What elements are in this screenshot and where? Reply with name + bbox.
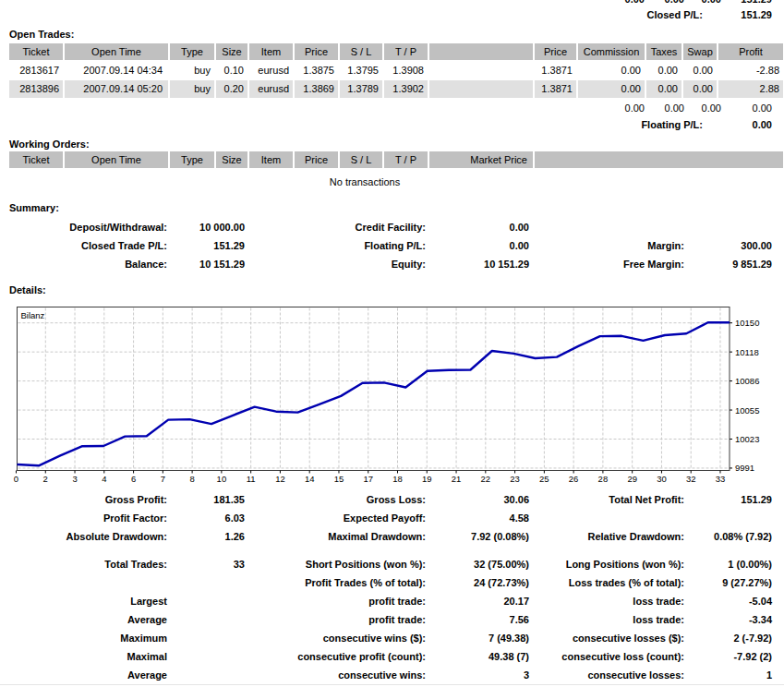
stat-label: Gross Loss: — [367, 490, 426, 509]
stats-row: Total Trades:33Short Positions (won %):3… — [0, 555, 784, 573]
trade-tp: 1.3902 — [384, 80, 428, 98]
summary-value: 10 151.29 — [199, 255, 245, 273]
summary-value: 0.00 — [510, 218, 529, 236]
col-header-blank — [535, 151, 783, 168]
summary-label: Balance: — [125, 255, 167, 273]
summary-value: 10 151.29 — [484, 255, 529, 273]
summary-heading: Summary: — [9, 199, 59, 216]
stat-value: 181.35 — [213, 490, 245, 509]
stat-label: Loss trades (% of total): — [569, 573, 684, 592]
stat-label: consecutive wins: — [338, 666, 426, 684]
stat-value: 33 — [234, 555, 245, 573]
col-header-taxes: Taxes — [646, 43, 681, 60]
account-statement-report: 0.00 0.00 0.00 151.29 Closed P/L: 151.29… — [0, 0, 784, 687]
stat-value: -3.34 — [749, 610, 772, 629]
open-totals-taxes: 0.00 — [665, 100, 684, 116]
stat-value: 32 (75.00%) — [474, 555, 529, 573]
stat-value: 24 (72.73%) — [474, 573, 529, 592]
stat-label: Largest — [130, 592, 167, 610]
stat-value: 1.26 — [225, 527, 245, 546]
summary-label: Floating P/L: — [364, 236, 426, 255]
chart-x-tick-label: 12 — [275, 474, 285, 484]
stat-label: Long Positions (won %): — [566, 555, 684, 573]
floating-pl-row: Floating P/L: 0.00 — [0, 116, 784, 133]
chart-x-tick-label: 8 — [189, 474, 194, 484]
details-heading: Details: — [9, 282, 46, 298]
col-header-sl: S / L — [340, 43, 382, 60]
summary-row: Closed Trade P/L: 151.29 Floating P/L: 0… — [0, 236, 784, 255]
stat-label: Relative Drawdown: — [587, 527, 684, 546]
summary-row: Deposit/Withdrawal: 10 000.00 Credit Fac… — [0, 218, 784, 236]
col-header-blank — [429, 43, 533, 60]
open-trades-heading: Open Trades: — [9, 26, 74, 42]
trade-price: 1.3875 — [295, 62, 338, 79]
floating-pl-value: 0.00 — [753, 116, 772, 133]
stat-value: 9 (27.27%) — [722, 573, 772, 592]
stat-label: Maximal — [127, 647, 167, 666]
stat-label: Maximum — [120, 629, 167, 647]
stat-value: 7.92 (0.08%) — [471, 527, 529, 546]
open-trades-totals-row: 0.00 0.00 0.00 0.00 — [0, 100, 784, 116]
stat-value: -7.92 (2) — [733, 647, 772, 666]
trade-swap: 0.00 — [683, 62, 717, 79]
summary-label: Free Margin: — [623, 255, 684, 273]
chart-x-tick-label: 18 — [392, 474, 403, 484]
chart-x-tick-label: 25 — [539, 474, 549, 484]
stat-value: 30.06 — [503, 490, 529, 509]
stats-row: Averageconsecutive wins:3consecutive los… — [0, 666, 784, 684]
stat-label: consecutive loss (count): — [561, 647, 684, 666]
chart-x-tick-label: 6 — [131, 474, 136, 484]
stats-row: Profit Factor:6.03Expected Payoff:4.58 — [0, 509, 784, 527]
chart-x-tick-label: 14 — [305, 474, 315, 484]
col-header-price: Price — [295, 43, 338, 60]
chart-x-tick-label: 21 — [452, 474, 462, 484]
col-header-open-time: Open Time — [65, 151, 168, 168]
chart-x-tick-label: 0 — [14, 474, 18, 484]
trade-blank — [429, 80, 533, 98]
trade-commission: 0.00 — [578, 80, 645, 98]
stat-label: Gross Profit: — [105, 490, 167, 509]
no-transactions-row: No transactions — [0, 174, 784, 190]
chart-plot-border — [18, 307, 730, 471]
stat-value: 151.29 — [741, 490, 772, 509]
trade-open-time: 2007.09.14 04:34 — [65, 62, 168, 79]
col-header-size: Size — [216, 151, 247, 168]
col-header-open-time: Open Time — [65, 43, 168, 60]
trade-sl: 1.3789 — [340, 80, 382, 98]
summary-label: Deposit/Withdrawal: — [69, 218, 167, 236]
col-header-ticket: Ticket — [9, 151, 63, 168]
col-header-price2: Price — [535, 43, 576, 60]
trade-ticket: 2813617 — [9, 62, 63, 79]
col-header-type: Type — [170, 43, 214, 60]
trade-type: buy — [170, 62, 214, 79]
stats-row: Absolute Drawdown:1.26Maximal Drawdown:7… — [0, 527, 784, 546]
summary-label: Credit Facility: — [356, 218, 426, 236]
chart-y-tick-label: 10023 — [735, 434, 759, 444]
open-totals-commission: 0.00 — [625, 100, 645, 116]
col-header-profit: Profit — [718, 43, 783, 60]
stats-row: Largestprofit trade:20.17loss trade:-5.0… — [0, 592, 784, 610]
chart-x-tick-label: 33 — [716, 474, 726, 484]
chart-x-tick-label: 15 — [334, 474, 344, 484]
balance-chart-svg: 1015010118100861005510023999102346781011… — [0, 300, 784, 489]
stat-label: profit trade: — [368, 592, 426, 610]
col-header-market-price: Market Price — [429, 151, 533, 168]
stat-value: 1 — [766, 666, 772, 684]
stats-row: Profit Trades (% of total):24 (72.73%)Lo… — [0, 573, 784, 592]
summary-row: Balance: 10 151.29 Equity: 10 151.29 Fre… — [0, 255, 784, 273]
stat-label: Total Trades: — [104, 555, 167, 573]
chart-y-tick-label: 10118 — [735, 347, 759, 357]
col-header-tp: T / P — [384, 151, 428, 168]
stat-value: 4.58 — [510, 509, 529, 527]
stats-row: Maximumconsecutive wins ($):7 (49.38)con… — [0, 629, 784, 647]
trade-size: 0.10 — [216, 62, 247, 79]
stat-label: Total Net Profit: — [609, 490, 684, 509]
trade-taxes: 0.00 — [646, 80, 681, 98]
trade-open-time: 2007.09.14 05:20 — [65, 80, 168, 98]
trade-price: 1.3869 — [295, 80, 338, 98]
chart-x-tick-label: 19 — [422, 474, 432, 484]
trade-profit: -2.88 — [718, 62, 783, 79]
no-transactions-text: No transactions — [9, 174, 720, 190]
stat-label: profit trade: — [368, 610, 426, 629]
col-header-tp: T / P — [384, 43, 428, 60]
